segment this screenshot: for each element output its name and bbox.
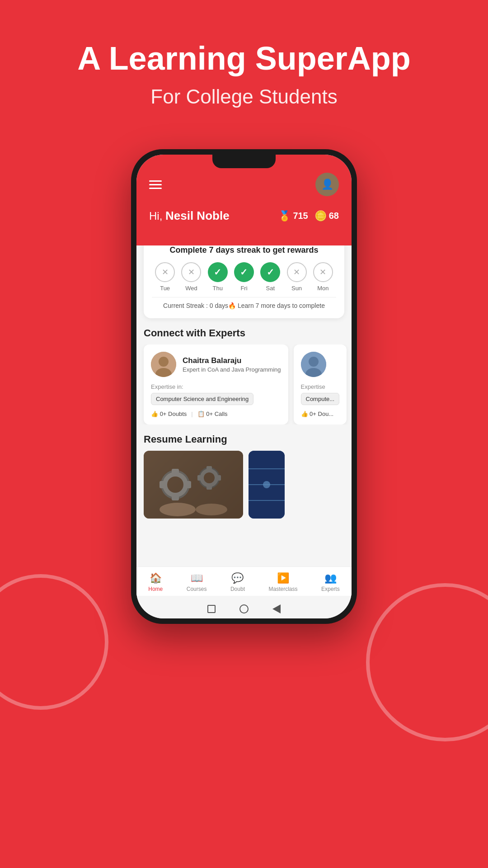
points-row: 🏅 715 🪙 68 — [278, 210, 339, 222]
star-points-value: 715 — [293, 211, 308, 221]
phone-header: 👤 Hi, Nesil Noble 🏅 715 🪙 68 — [136, 155, 352, 245]
app-title: A Learning SuperApp — [0, 41, 488, 76]
bg-curve-left — [0, 574, 108, 710]
svg-rect-11 — [172, 469, 179, 476]
day-fri: ✓ Fri — [234, 262, 254, 292]
nav-home-label: Home — [148, 586, 163, 592]
android-nav-bar — [136, 604, 352, 614]
day-thu: ✓ Thu — [208, 262, 228, 292]
hamburger-line-2 — [149, 184, 162, 185]
svg-point-19 — [160, 503, 196, 516]
hamburger-menu[interactable] — [149, 180, 162, 189]
star-points: 🏅 715 — [278, 210, 308, 222]
android-back-btn[interactable] — [272, 604, 282, 614]
course-image-blue — [249, 451, 285, 519]
nav-masterclass-label: Masterclass — [268, 586, 297, 592]
day-label-fri: Fri — [240, 285, 247, 292]
course-card-1[interactable] — [144, 451, 243, 519]
masterclass-icon: ▶️ — [277, 572, 289, 584]
expert-stats-2: 👍 0+ Dou... — [301, 410, 340, 417]
svg-point-1 — [159, 357, 169, 367]
android-circle-icon — [239, 604, 249, 613]
android-home-btn[interactable] — [239, 604, 249, 614]
expert-card-1[interactable]: Chaitra Balaraju Expert in CoA and Java … — [144, 344, 288, 425]
nav-experts-label: Experts — [321, 586, 340, 592]
svg-point-20 — [196, 504, 227, 515]
hamburger-line-3 — [149, 188, 162, 189]
svg-rect-9 — [160, 481, 167, 488]
day-tue: ✕ Tue — [155, 262, 175, 292]
svg-rect-17 — [206, 466, 212, 472]
streak-card: Complete 7 days streak to get rewards ✕ … — [144, 245, 344, 318]
expertise-label-1: Expertise in: — [151, 383, 281, 390]
course-card-2[interactable] — [249, 451, 285, 519]
resume-courses — [136, 451, 352, 519]
streak-title: Complete 7 days streak to get rewards — [152, 245, 336, 255]
top-nav: 👤 — [149, 173, 339, 196]
expertise-tag-2: Compute... — [301, 393, 340, 405]
stat-divider-1: | — [191, 410, 192, 417]
hi-text: Hi, — [149, 210, 165, 222]
nav-doubt[interactable]: 💬 Doubt — [230, 572, 245, 592]
experts-section-title: Connect with Experts — [136, 318, 352, 344]
day-label-sat: Sat — [266, 285, 275, 292]
day-label-tue: Tue — [160, 285, 170, 292]
scroll-content: Complete 7 days streak to get rewards ✕ … — [136, 245, 352, 618]
calls-stat-1: 📋 0+ Calls — [197, 410, 228, 417]
expert-name-1: Chaitra Balaraju — [183, 356, 281, 365]
day-circle-sun: ✕ — [287, 262, 307, 282]
course-image-gears — [144, 451, 243, 519]
android-square-btn[interactable] — [206, 604, 216, 614]
svg-point-25 — [263, 481, 270, 488]
star-icon: 🏅 — [278, 210, 291, 222]
nav-experts[interactable]: 👥 Experts — [321, 572, 340, 592]
doubts-stat-1: 👍 0+ Doubts — [151, 410, 187, 417]
day-circle-wed: ✕ — [181, 262, 201, 282]
nav-home[interactable]: 🏠 Home — [148, 572, 163, 592]
expert-avatar-1 — [151, 352, 176, 377]
phone-notch — [212, 155, 276, 168]
expert-header-1: Chaitra Balaraju Expert in CoA and Java … — [151, 352, 281, 377]
avatar[interactable]: 👤 — [315, 173, 339, 196]
bg-curve-right — [366, 583, 488, 741]
day-label-thu: Thu — [213, 285, 223, 292]
phone-outer: 👤 Hi, Nesil Noble 🏅 715 🪙 68 — [131, 149, 357, 624]
experts-list: Chaitra Balaraju Expert in CoA and Java … — [136, 344, 352, 425]
svg-rect-10 — [184, 481, 191, 488]
expert-avatar-2 — [301, 352, 326, 377]
nav-courses[interactable]: 📖 Courses — [187, 572, 207, 592]
resume-section-title: Resume Learning — [136, 425, 352, 451]
app-subtitle: For College Students — [0, 85, 488, 108]
streak-footer: Current Streak : 0 days🔥 Learn 7 more da… — [152, 297, 336, 309]
nav-doubt-label: Doubt — [230, 586, 245, 592]
nav-masterclass[interactable]: ▶️ Masterclass — [268, 572, 297, 592]
day-circle-fri: ✓ — [234, 262, 254, 282]
expertise-tag-1: Computer Science and Engineering — [151, 393, 253, 405]
android-triangle-icon — [272, 604, 281, 613]
day-wed: ✕ Wed — [181, 262, 201, 292]
hamburger-line-1 — [149, 180, 162, 182]
header-section: A Learning SuperApp For College Students — [0, 0, 488, 135]
coin-points-value: 68 — [329, 211, 339, 221]
greeting-text: Hi, Nesil Noble — [149, 209, 230, 223]
courses-icon: 📖 — [191, 572, 203, 584]
svg-point-4 — [309, 357, 319, 367]
expertise-label-2: Expertise — [301, 383, 340, 390]
svg-rect-15 — [197, 475, 203, 481]
doubt-icon: 💬 — [231, 572, 244, 584]
streak-days: ✕ Tue ✕ Wed ✓ — [152, 262, 336, 292]
expert-card-2[interactable]: Expertise Compute... 👍 0+ Dou... — [294, 344, 347, 425]
greeting-row: Hi, Nesil Noble 🏅 715 🪙 68 — [149, 209, 339, 223]
day-label-wed: Wed — [185, 285, 197, 292]
day-label-sun: Sun — [291, 285, 302, 292]
svg-point-14 — [204, 472, 215, 483]
phone-mockup: 👤 Hi, Nesil Noble 🏅 715 🪙 68 — [131, 149, 357, 624]
day-label-mon: Mon — [317, 285, 328, 292]
day-sun: ✕ Sun — [287, 262, 307, 292]
user-name: Nesil Noble — [165, 209, 230, 222]
svg-rect-16 — [216, 475, 221, 481]
phone-inner: 👤 Hi, Nesil Noble 🏅 715 🪙 68 — [136, 155, 352, 618]
day-circle-tue: ✕ — [155, 262, 175, 282]
day-sat: ✓ Sat — [260, 262, 280, 292]
svg-rect-12 — [172, 493, 179, 500]
